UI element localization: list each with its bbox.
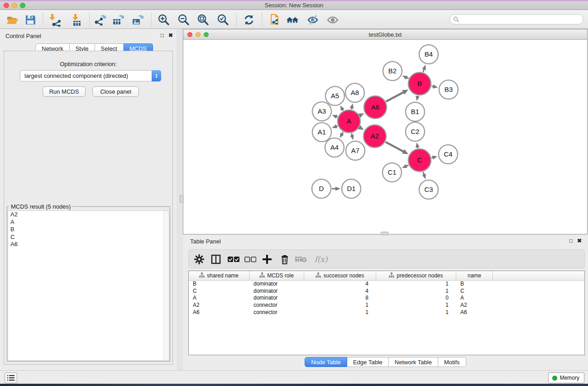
export-network-icon[interactable]	[93, 13, 107, 27]
table-cell[interactable]: 4	[304, 288, 376, 295]
vertical-splitter-handle[interactable]	[180, 195, 184, 203]
table-cell[interactable]: A	[189, 295, 249, 302]
table-cell[interactable]: 0	[376, 295, 456, 302]
export-table-icon[interactable]	[112, 13, 125, 27]
table-cell[interactable]: 4	[304, 281, 376, 288]
table-row[interactable]: A6connector11A6	[189, 309, 584, 316]
import-network-icon[interactable]	[48, 13, 62, 27]
table-cell[interactable]: A	[456, 295, 493, 302]
table-cell[interactable]: C	[456, 288, 493, 295]
column-header-predecessor-nodes[interactable]: predecessor nodes	[376, 271, 456, 280]
table-cell[interactable]: connector	[249, 309, 304, 316]
node-label: A	[347, 117, 351, 125]
mcds-result-item[interactable]: A	[8, 219, 169, 226]
graph-edge[interactable]	[386, 92, 404, 102]
mcds-result-list[interactable]: A2ABCA6	[8, 210, 169, 361]
tab-motifs[interactable]: Motifs	[438, 357, 466, 367]
tab-node-table[interactable]: Node Table	[305, 357, 347, 367]
mcds-result-item[interactable]: C	[8, 234, 169, 241]
tab-network-table[interactable]: Network Table	[389, 357, 438, 367]
table-cell[interactable]: connector	[249, 302, 304, 309]
graph-edge[interactable]	[423, 69, 424, 72]
table-cell[interactable]: C	[189, 288, 249, 295]
status-bar: Memory	[0, 370, 588, 384]
mcds-result-item[interactable]: A6	[8, 241, 169, 248]
table-cell[interactable]: 1	[376, 288, 456, 295]
table-cell[interactable]: 1	[376, 309, 456, 316]
table-cell[interactable]: 1	[304, 309, 376, 316]
list-scrollbar[interactable]	[163, 211, 169, 360]
network-canvas[interactable]: B4B2BB3A8A5A6A3B1AA1C2A2A4A7C4CC1DD1C3	[183, 40, 587, 234]
table-cell[interactable]: 8	[304, 295, 376, 302]
column-header-successor-nodes[interactable]: successor nodes	[304, 271, 376, 280]
table-cell[interactable]: A6	[456, 309, 493, 316]
table-cell[interactable]: A2	[456, 302, 493, 309]
run-mcds-button[interactable]: Run MCDS	[43, 86, 86, 97]
table-cell[interactable]: 1	[304, 302, 376, 309]
zoom-out-icon[interactable]	[177, 13, 191, 27]
control-panel-title: Control Panel	[5, 33, 41, 39]
table-row[interactable]: Bdominator41B	[189, 281, 584, 288]
search-field[interactable]	[449, 14, 583, 24]
table-row[interactable]: Cdominator41C	[189, 288, 584, 295]
float-panel-icon[interactable]: □	[161, 32, 164, 38]
criterion-value: largest connected component (directed)	[20, 72, 152, 79]
zoom-selected-icon[interactable]	[216, 13, 230, 27]
horizontal-splitter-handle[interactable]	[381, 232, 388, 235]
close-panel-icon[interactable]: ✖	[168, 32, 173, 38]
table-cell-filler	[493, 281, 584, 288]
table-cell[interactable]: dominator	[249, 281, 304, 288]
home-neighbors-icon[interactable]	[286, 13, 299, 27]
export-image-icon[interactable]	[131, 13, 145, 27]
style-visibility-icon[interactable]	[306, 13, 320, 27]
open-file-icon[interactable]	[5, 13, 19, 27]
search-input[interactable]	[459, 16, 583, 23]
apply-function-button[interactable]: f(x)	[312, 253, 330, 266]
graph-edge[interactable]	[423, 172, 424, 175]
save-session-icon[interactable]	[24, 13, 37, 27]
graph-edge[interactable]	[386, 142, 404, 152]
mcds-result-item[interactable]: B	[8, 226, 169, 234]
table-cell[interactable]: dominator	[249, 295, 304, 302]
task-history-button[interactable]	[5, 372, 17, 383]
edge-arrowhead	[422, 65, 426, 70]
show-hide-icon[interactable]	[326, 13, 339, 27]
criterion-dropdown[interactable]: largest connected component (directed) ▲…	[20, 70, 161, 81]
new-network-from-file-icon[interactable]	[268, 13, 282, 27]
table-row[interactable]: A2connector11A2	[189, 302, 584, 309]
table-cell[interactable]: A2	[189, 302, 249, 309]
deselect-all-columns-icon[interactable]	[244, 253, 257, 266]
select-all-columns-icon[interactable]	[227, 253, 240, 266]
column-header-name[interactable]: name	[456, 271, 493, 280]
import-table-icon[interactable]	[69, 13, 82, 27]
show-columns-icon[interactable]	[209, 253, 223, 266]
table-row[interactable]: Adominator80A	[189, 295, 584, 302]
delete-table-icon[interactable]	[294, 253, 308, 266]
table-cell[interactable]: dominator	[249, 288, 304, 295]
close-panel-button[interactable]: Close panel	[92, 86, 139, 97]
memory-button[interactable]: Memory	[548, 372, 584, 383]
tab-edge-table[interactable]: Edge Table	[347, 357, 389, 367]
control-panel: Control Panel □ ✖ Network Style Select M…	[0, 29, 177, 370]
table-cell[interactable]: 1	[376, 281, 456, 288]
column-header-shared-name[interactable]: shared name	[189, 271, 249, 280]
table-cell[interactable]: A6	[189, 309, 249, 316]
zoom-in-icon[interactable]	[157, 13, 171, 27]
table-cell[interactable]: B	[456, 281, 493, 288]
mcds-result-item[interactable]: A2	[8, 211, 169, 219]
create-column-icon[interactable]	[260, 253, 274, 266]
close-table-panel-icon[interactable]: ✖	[577, 238, 582, 244]
column-header-MCDS-role[interactable]: MCDS role	[249, 271, 304, 280]
zoom-fit-icon[interactable]	[196, 13, 210, 27]
network-graph[interactable]: B4B2BB3A8A5A6A3B1AA1C2A2A4A7C4CC1DD1C3	[183, 40, 587, 234]
float-table-panel-icon[interactable]: □	[569, 238, 573, 244]
delete-column-icon[interactable]	[278, 253, 292, 266]
node-label: C2	[411, 128, 419, 135]
node-label: C	[417, 156, 422, 164]
refresh-icon[interactable]	[242, 13, 256, 27]
table-settings-gear-icon[interactable]	[192, 253, 206, 266]
table-cell[interactable]: B	[189, 281, 249, 288]
node-label: B4	[425, 50, 433, 58]
shared-column-icon	[389, 272, 394, 279]
table-cell[interactable]: 1	[376, 302, 456, 309]
